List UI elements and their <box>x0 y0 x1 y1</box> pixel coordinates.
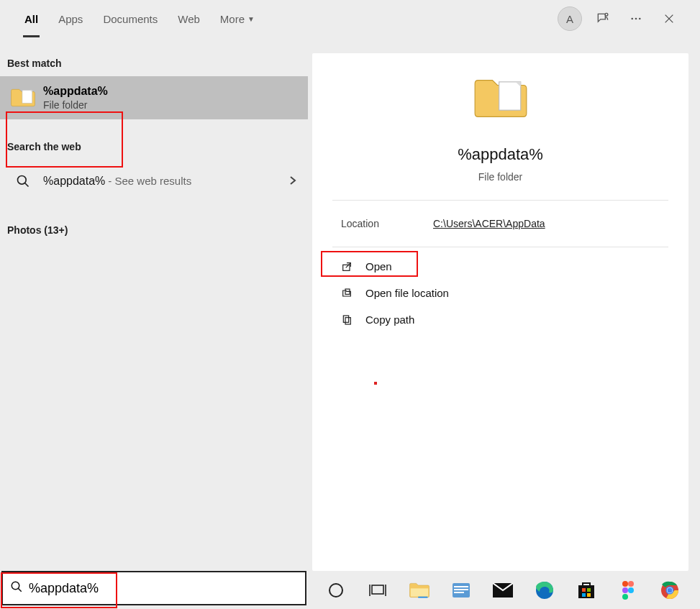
figma-icon[interactable] <box>616 578 640 603</box>
word-icon[interactable] <box>449 578 473 603</box>
svg-point-10 <box>12 582 19 590</box>
svg-rect-16 <box>454 586 468 587</box>
web-result-suffix: - See web results <box>108 175 191 187</box>
location-label: Location <box>341 218 433 229</box>
svg-point-2 <box>631 18 633 20</box>
detail-pane: %appdata% File folder Location C:\Users\… <box>312 53 688 571</box>
chrome-icon[interactable] <box>658 578 682 603</box>
action-copy-path[interactable]: Copy path <box>324 306 677 333</box>
web-result[interactable]: %appdata% - See web results <box>0 160 308 203</box>
svg-rect-18 <box>454 592 464 593</box>
cortana-icon[interactable] <box>324 578 348 603</box>
search-filter-tabs: All Apps Documents Web More ▼ A <box>0 0 700 37</box>
action-open-loc-label: Open file location <box>365 287 449 299</box>
search-icon <box>10 580 23 596</box>
tab-documents[interactable]: Documents <box>93 0 168 37</box>
svg-rect-23 <box>587 588 591 592</box>
svg-rect-25 <box>587 593 591 597</box>
tab-apps[interactable]: Apps <box>48 0 93 37</box>
file-explorer-icon[interactable] <box>407 578 432 603</box>
folder-icon <box>10 83 36 112</box>
svg-point-26 <box>622 581 628 587</box>
open-external-icon <box>338 261 355 273</box>
svg-point-28 <box>622 587 628 593</box>
svg-point-30 <box>622 594 628 600</box>
svg-point-34 <box>668 587 673 592</box>
results-column: Best match %appdata% File folder Search … <box>0 37 308 571</box>
section-photos[interactable]: Photos (13+) <box>0 203 308 243</box>
search-box[interactable] <box>1 571 306 605</box>
svg-rect-13 <box>411 588 429 596</box>
svg-rect-14 <box>418 596 427 597</box>
svg-rect-12 <box>372 585 383 594</box>
action-open-label: Open <box>365 260 392 273</box>
ms-store-icon[interactable] <box>574 578 599 603</box>
taskbar <box>306 571 700 609</box>
user-avatar[interactable]: A <box>558 6 582 31</box>
tab-more[interactable]: More ▼ <box>210 0 265 37</box>
svg-point-11 <box>329 584 342 597</box>
detail-title: %appdata% <box>458 145 543 164</box>
best-match-subtitle: File folder <box>43 99 296 111</box>
svg-rect-24 <box>582 593 586 597</box>
best-match-title: %appdata% <box>43 85 296 98</box>
tab-web[interactable]: Web <box>168 0 210 37</box>
location-value[interactable]: C:\Users\ACER\AppData <box>433 218 545 229</box>
web-result-title: %appdata% <box>43 175 105 188</box>
svg-point-29 <box>628 587 634 593</box>
search-icon <box>10 167 36 196</box>
action-open[interactable]: Open <box>324 253 677 280</box>
svg-point-3 <box>635 18 637 20</box>
tab-all[interactable]: All <box>14 0 48 37</box>
svg-rect-22 <box>582 588 586 592</box>
search-input[interactable] <box>29 581 298 596</box>
tab-more-label: More <box>220 13 245 25</box>
chevron-right-icon <box>289 175 296 188</box>
section-search-web: Search the web <box>0 119 308 160</box>
svg-rect-21 <box>578 585 594 598</box>
action-open-file-location[interactable]: Open file location <box>324 280 677 306</box>
location-folder-icon <box>338 288 355 299</box>
action-copy-path-label: Copy path <box>365 313 414 326</box>
svg-rect-9 <box>345 317 350 324</box>
svg-point-5 <box>18 176 27 185</box>
section-best-match: Best match <box>0 37 308 76</box>
svg-point-4 <box>639 18 641 20</box>
feedback-icon[interactable] <box>586 2 619 35</box>
svg-point-1 <box>605 13 608 16</box>
edge-icon[interactable] <box>532 578 557 603</box>
svg-point-27 <box>628 581 634 587</box>
best-match-result[interactable]: %appdata% File folder <box>0 76 308 119</box>
mail-icon[interactable] <box>491 578 515 603</box>
svg-rect-17 <box>454 589 468 590</box>
detail-subtitle: File folder <box>478 171 522 183</box>
task-view-icon[interactable] <box>365 578 390 603</box>
folder-icon <box>474 76 527 129</box>
copy-icon <box>338 314 355 326</box>
more-icon[interactable] <box>619 2 653 35</box>
close-icon[interactable] <box>653 2 686 35</box>
red-dot <box>374 382 377 385</box>
chevron-down-icon: ▼ <box>247 15 255 23</box>
svg-rect-8 <box>343 316 348 322</box>
